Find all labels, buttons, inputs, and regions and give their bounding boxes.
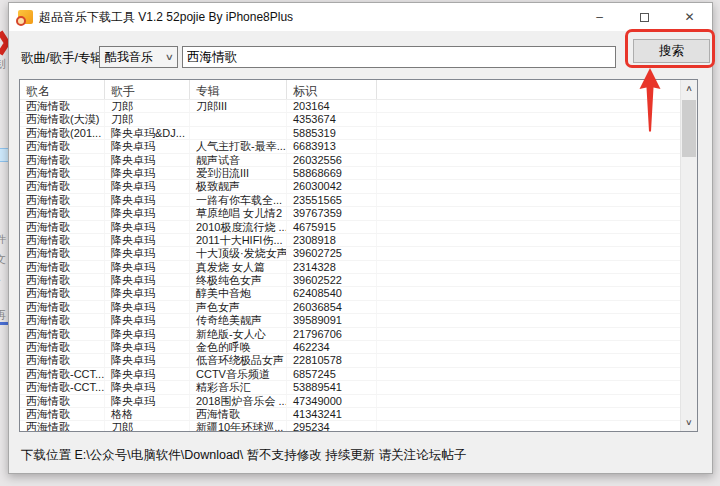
- app-window: 超品音乐下载工具 V1.2 52pojie By iPhone8Plus – ✕…: [8, 2, 713, 474]
- scroll-up-button[interactable]: ∧: [679, 80, 698, 97]
- table-cell: 4675915: [287, 221, 377, 233]
- table-cell: 西海情歌: [20, 354, 105, 366]
- app-icon: [18, 10, 33, 24]
- table-row[interactable]: 西海情歌降央卓玛爱到泪流III58868669: [20, 167, 680, 180]
- table-cell: 降央卓玛: [105, 167, 190, 179]
- table-cell: 58868669: [287, 167, 377, 179]
- table-cell: 2010极度流行烧 ...: [190, 221, 287, 233]
- table-cell: [377, 368, 680, 380]
- table-row[interactable]: 西海情歌降央卓玛人气主打歌-最幸...6683913: [20, 140, 680, 153]
- search-button[interactable]: 搜索: [633, 39, 710, 63]
- table-cell: 新疆10年环球巡...: [190, 421, 287, 431]
- table-row[interactable]: 西海情歌降央卓玛2010极度流行烧 ...4675915: [20, 221, 680, 234]
- vertical-scrollbar[interactable]: ∧ ∨: [680, 80, 697, 431]
- table-cell: 203164: [287, 100, 377, 112]
- table-cell: 39602725: [287, 247, 377, 259]
- table-cell: [377, 408, 680, 420]
- table-cell: 格格: [105, 408, 190, 420]
- scrollbar-thumb[interactable]: [682, 100, 696, 157]
- titlebar: 超品音乐下载工具 V1.2 52pojie By iPhone8Plus – ✕: [9, 3, 712, 31]
- table-cell: 低音环绕极品女声: [190, 354, 287, 366]
- table-row[interactable]: 西海情歌降央卓玛真发烧 女人篇2314328: [20, 261, 680, 274]
- table-cell: [377, 180, 680, 192]
- scroll-down-button[interactable]: ∨: [681, 414, 697, 431]
- chevron-down-icon: ∨: [165, 52, 174, 62]
- table-row[interactable]: 西海情歌降央卓玛醇美中音炮62408540: [20, 287, 680, 300]
- maximize-icon: [640, 13, 649, 22]
- table-row[interactable]: 西海情歌降央卓玛低音环绕极品女声22810578: [20, 354, 680, 367]
- scroll-down-icon: ∨: [685, 418, 693, 427]
- table-row[interactable]: 西海情歌格格西海情歌41343241: [20, 408, 680, 421]
- music-source-select[interactable]: 酷我音乐 ∨: [99, 46, 178, 68]
- table-row[interactable]: 西海情歌降央卓玛声色女声26036854: [20, 301, 680, 314]
- search-type-label: 歌曲/歌手/专辑: [21, 50, 103, 67]
- column-header-song[interactable]: 歌名: [20, 80, 105, 99]
- table-cell: 降央卓玛: [105, 194, 190, 206]
- table-row[interactable]: 西海情歌-CCT...降央卓玛精彩音乐汇53889541: [20, 381, 680, 394]
- table-cell: 西海情歌: [20, 221, 105, 233]
- table-cell: 西海情歌: [20, 314, 105, 326]
- table-row[interactable]: 西海情歌-CCT...降央卓玛CCTV音乐频道6857245: [20, 368, 680, 381]
- table-cell: 26036854: [287, 301, 377, 313]
- table-cell: 西海情歌-CCT...: [20, 381, 105, 393]
- table-cell: 西海情歌: [20, 180, 105, 192]
- table-row[interactable]: 西海情歌(大漠)刀郎4353674: [20, 113, 680, 126]
- table-row[interactable]: 西海情歌降央卓玛草原绝唱 女儿情239767359: [20, 207, 680, 220]
- table-cell: 西海情歌: [20, 247, 105, 259]
- table-row[interactable]: 西海情歌降央卓玛终极纯色女声39602522: [20, 274, 680, 287]
- table-cell: [377, 301, 680, 313]
- background-red-arrow-fragment: [0, 28, 8, 58]
- table-cell: 爱到泪流III: [190, 167, 287, 179]
- table-row[interactable]: 西海情歌刀郎新疆10年环球巡...295234: [20, 421, 680, 431]
- table-row[interactable]: 西海情歌刀郎刀郎III203164: [20, 100, 680, 113]
- table-row[interactable]: 西海情歌降央卓玛金色的呼唤462234: [20, 341, 680, 354]
- search-input[interactable]: [182, 46, 616, 68]
- close-button[interactable]: ✕: [667, 3, 712, 31]
- table-row[interactable]: 西海情歌(201...降央卓玛&DJ...5885319: [20, 127, 680, 140]
- column-header-album[interactable]: 专辑: [190, 80, 287, 99]
- table-cell: [377, 234, 680, 246]
- table-cell: 降央卓玛&DJ...: [105, 127, 190, 139]
- table-cell: 6683913: [287, 140, 377, 152]
- table-cell: 刀郎: [105, 100, 190, 112]
- column-header-artist[interactable]: 歌手: [105, 80, 190, 99]
- table-cell: 降央卓玛: [105, 368, 190, 380]
- table-cell: 降央卓玛: [105, 207, 190, 219]
- table-row[interactable]: 西海情歌降央卓玛2018围炉音乐会 ...47349000: [20, 395, 680, 408]
- table-cell: 传奇绝美靓声: [190, 314, 287, 326]
- close-icon: ✕: [684, 10, 694, 24]
- table-cell: [377, 261, 680, 273]
- table-cell: 精彩音乐汇: [190, 381, 287, 393]
- table-cell: 295234: [287, 421, 377, 431]
- results-listview: 歌名 歌手 专辑 标识 西海情歌刀郎刀郎III203164西海情歌(大漠)刀郎4…: [19, 79, 698, 432]
- table-row[interactable]: 西海情歌降央卓玛传奇绝美靓声39589091: [20, 314, 680, 327]
- column-header-id[interactable]: 标识: [287, 80, 377, 99]
- table-row[interactable]: 西海情歌降央卓玛一路有你车载全...23551565: [20, 194, 680, 207]
- table-cell: 降央卓玛: [105, 140, 190, 152]
- table-cell: 22810578: [287, 354, 377, 366]
- table-cell: 一路有你车载全...: [190, 194, 287, 206]
- minimize-button[interactable]: –: [577, 3, 622, 31]
- table-cell: 26032556: [287, 154, 377, 166]
- table-cell: [377, 421, 680, 431]
- table-cell: 降央卓玛: [105, 314, 190, 326]
- minimize-icon: –: [596, 10, 603, 24]
- table-cell: 西海情歌: [20, 274, 105, 286]
- table-row[interactable]: 西海情歌降央卓玛新绝版-女人心21796706: [20, 328, 680, 341]
- table-cell: 降央卓玛: [105, 180, 190, 192]
- table-cell: [377, 247, 680, 259]
- status-bar-text: 下载位置 E:\公众号\电脑软件\Download\ 暂不支持修改 持续更新 请…: [21, 447, 466, 464]
- table-cell: 降央卓玛: [105, 301, 190, 313]
- table-row[interactable]: 西海情歌降央卓玛2011十大HIFI伤...2308918: [20, 234, 680, 247]
- table-cell: [377, 287, 680, 299]
- table-row[interactable]: 西海情歌降央卓玛十大顶级·发烧女声39602725: [20, 247, 680, 260]
- table-cell: 降央卓玛: [105, 328, 190, 340]
- table-cell: 降央卓玛: [105, 395, 190, 407]
- table-row[interactable]: 西海情歌降央卓玛极致靓声26030042: [20, 180, 680, 193]
- table-cell: 西海情歌: [20, 395, 105, 407]
- table-cell: 草原绝唱 女儿情2: [190, 207, 287, 219]
- table-cell: 西海情歌: [20, 154, 105, 166]
- maximize-button[interactable]: [622, 3, 667, 31]
- table-row[interactable]: 西海情歌降央卓玛靓声试音26032556: [20, 154, 680, 167]
- table-cell: 降央卓玛: [105, 287, 190, 299]
